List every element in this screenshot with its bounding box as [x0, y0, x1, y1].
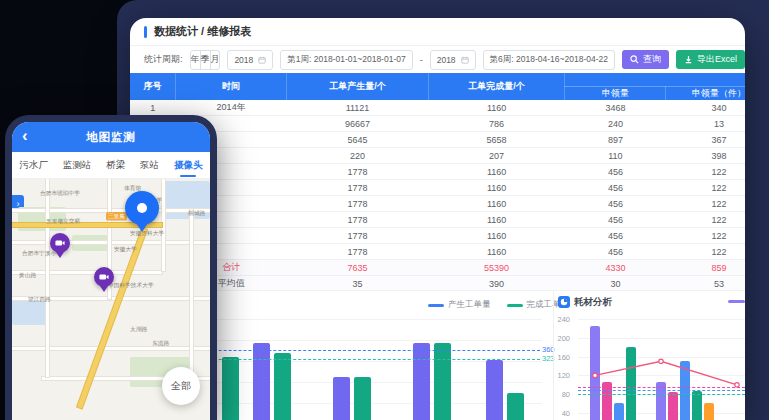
- breadcrumb-accent-bar: [144, 26, 147, 38]
- table-cell: 1: [130, 100, 176, 116]
- table-cell: 1778: [287, 180, 429, 196]
- start-year-value: 2018: [234, 55, 253, 65]
- calendar-icon: [461, 56, 469, 64]
- calendar-icon: [258, 56, 266, 64]
- table-cell: 456: [565, 196, 666, 212]
- table-cell: 456: [565, 180, 666, 196]
- map-road: [12, 241, 210, 244]
- selected-location-pin[interactable]: [125, 191, 159, 225]
- search-button-label: 查询: [643, 53, 661, 66]
- pin-tail: [136, 223, 148, 232]
- column-header[interactable]: 工单产生量/个: [287, 73, 429, 100]
- trend-line: [570, 291, 745, 420]
- search-icon: [630, 55, 639, 64]
- sub-column-header[interactable]: 申领量: [565, 87, 666, 101]
- table-cell: 122: [666, 196, 745, 212]
- table-cell: 1160: [428, 100, 565, 116]
- total-cell: 7635: [287, 260, 429, 276]
- sub-column-header[interactable]: 申领量（件）: [666, 87, 745, 101]
- table-cell: 456: [565, 244, 666, 260]
- table-cell: 122: [666, 164, 745, 180]
- breadcrumb: 数据统计 / 维修报表: [154, 24, 251, 39]
- period-option[interactable]: 月: [211, 51, 221, 69]
- breadcrumb-row: 数据统计 / 维修报表: [130, 18, 745, 46]
- group-header: 耗材情况: [565, 73, 745, 87]
- map-road: [190, 209, 193, 377]
- search-button[interactable]: 查询: [622, 50, 669, 69]
- table-cell: 207: [428, 148, 565, 164]
- table-cell: 1160: [428, 212, 565, 228]
- back-icon[interactable]: ‹: [22, 126, 28, 146]
- table-cell: 110: [565, 148, 666, 164]
- table-row[interactable]: 5177811604561227967: [130, 164, 745, 180]
- end-year-value: 2018: [437, 55, 456, 65]
- map-label: 望江西路: [28, 295, 51, 304]
- phone-screen: ‹ 地图监测 污水厂监测站桥梁泵站摄像头 › 全部 合肥市琥珀中学体育馆安徽农业…: [12, 122, 210, 420]
- end-year-input[interactable]: 2018: [430, 50, 476, 70]
- table-row[interactable]: 6177811604561227967: [130, 180, 745, 196]
- table-cell: 367: [666, 132, 745, 148]
- camera-marker[interactable]: [94, 267, 114, 292]
- period-segment: 年季月周日: [190, 50, 221, 70]
- end-week-input[interactable]: 第6周: 2018-04-16~2018-04-22: [483, 50, 615, 70]
- range-separator: -: [420, 55, 423, 65]
- table-cell: 122: [666, 244, 745, 260]
- map-label: 五里墩立交桥: [46, 217, 80, 226]
- total-row: 合计763555390433085934933: [130, 260, 745, 276]
- pin-dot: [137, 203, 147, 213]
- map-label: 三里庵: [106, 212, 127, 221]
- table-cell: 1778: [287, 212, 429, 228]
- phone-tab-泵站[interactable]: 泵站: [140, 154, 159, 177]
- column-header[interactable]: 工单完成量/个: [428, 73, 565, 100]
- table-cell: 1778: [287, 228, 429, 244]
- phone-tab-bar: 污水厂监测站桥梁泵站摄像头: [12, 152, 210, 179]
- map-label: 安徽大学: [114, 245, 137, 254]
- table-cell: 13: [666, 116, 745, 132]
- column-header[interactable]: 时间: [176, 73, 287, 100]
- table-cell: 897: [565, 132, 666, 148]
- phone-tab-监测站[interactable]: 监测站: [63, 154, 92, 177]
- period-option[interactable]: 年: [191, 51, 201, 69]
- export-button-label: 导出Excel: [697, 53, 737, 66]
- table-cell: 122: [666, 180, 745, 196]
- table-row[interactable]: 356455658897367124129: [130, 132, 745, 148]
- table-row[interactable]: 8177811604561227967: [130, 212, 745, 228]
- table-cell: 240: [565, 116, 666, 132]
- table-cell: 1778: [287, 244, 429, 260]
- table-cell: 122: [666, 228, 745, 244]
- y-axis-tick: 80: [548, 390, 570, 399]
- map-label: 黄山路: [19, 271, 36, 280]
- table-row[interactable]: 9177811604561227967: [130, 228, 745, 244]
- show-all-button[interactable]: 全部: [162, 367, 200, 405]
- start-week-input[interactable]: 第1周: 2018-01-01~2018-01-07: [280, 50, 412, 70]
- map-view[interactable]: › 全部 合肥市琥珀中学体育馆安徽农业大学桐城路五里墩立交桥三里庵安徽医科大学合…: [12, 179, 210, 420]
- phone-app-header: ‹ 地图监测: [12, 122, 210, 152]
- table-row[interactable]: 12014年111211160346834070250: [130, 100, 745, 116]
- y-axis-tick: 200: [548, 334, 570, 343]
- table-cell: 5658: [428, 132, 565, 148]
- table-row[interactable]: 10177811604561227967: [130, 244, 745, 260]
- map-road: [162, 179, 165, 271]
- phone-tab-污水厂[interactable]: 污水厂: [19, 154, 48, 177]
- y-axis-tick: 120: [548, 371, 570, 380]
- column-header[interactable]: 序号: [130, 73, 176, 100]
- export-excel-button[interactable]: 导出Excel: [676, 50, 745, 69]
- table-cell: 1160: [428, 196, 565, 212]
- map-road: [46, 179, 49, 377]
- table-cell: 1778: [287, 164, 429, 180]
- table-cell: 2014年: [176, 100, 287, 116]
- table-row[interactable]: 296667786240137690: [130, 116, 745, 132]
- map-road: [12, 347, 210, 350]
- phone-page-title: 地图监测: [86, 130, 136, 145]
- period-option[interactable]: 季: [201, 51, 211, 69]
- start-year-input[interactable]: 2018: [227, 50, 273, 70]
- phone-tab-摄像头[interactable]: 摄像头: [174, 154, 203, 177]
- table-row[interactable]: 42202071103989019: [130, 148, 745, 164]
- camera-marker[interactable]: [50, 233, 70, 258]
- table-cell: 122: [666, 212, 745, 228]
- table-row[interactable]: 7177811604561227967: [130, 196, 745, 212]
- phone-tab-桥梁[interactable]: 桥梁: [106, 154, 125, 177]
- map-label: 合肥市琥珀中学: [40, 189, 80, 198]
- map-label: 东流路: [152, 339, 169, 348]
- camera-icon: [55, 239, 65, 247]
